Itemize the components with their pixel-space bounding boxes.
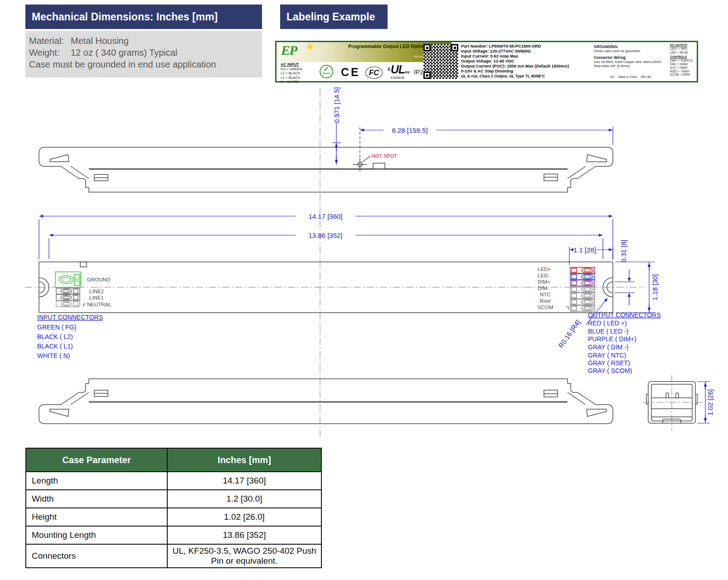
terminal-line2: LINE2	[89, 289, 104, 294]
svg-text:RED ( LED +): RED ( LED +)	[588, 319, 627, 327]
svg-text:PURPLE ( DIM+): PURPLE ( DIM+)	[588, 335, 636, 343]
terminal-scom: SCOM	[538, 304, 553, 310]
material-label: Material:	[29, 35, 71, 47]
dim-body-width: 1.18 [30]	[651, 274, 659, 300]
terminal-ntc: NTC	[540, 292, 551, 297]
label-footer: HG Made in China REV B1	[594, 75, 667, 79]
driver-top-view	[39, 147, 613, 192]
weight-value: 12 oz ( 340 grams) Typical	[71, 48, 177, 58]
dc-output-block: DC OUTPUT LED+ = RED LED- = BLUE CONTROL…	[670, 44, 696, 77]
mechanical-drawing: HOT SPOT	[0, 84, 728, 446]
terminal-dim-plus: DIM+	[538, 279, 550, 285]
output-row-led-plus	[570, 267, 595, 273]
hot-spot-label: HOT SPOT	[372, 153, 397, 159]
ep-logo-ball	[307, 44, 313, 49]
terminal-ground: GROUND	[87, 277, 110, 282]
spec-input-current: Input Current: 0.62 Amp Max	[461, 54, 592, 59]
ac-input-title: AC INPUT	[281, 63, 321, 67]
terminal-rset: Rset	[540, 298, 551, 304]
col-header-parameter: Case Parameter	[26, 448, 167, 472]
input-row-line2	[56, 288, 80, 294]
output-connectors-title: OUTPUT CONNECTORS	[588, 311, 661, 319]
output-connectors-legend: OUTPUT CONNECTORS RED ( LED +) BLUE ( LE…	[588, 311, 661, 374]
grounding-note: Case must be grounded in end use applica…	[29, 58, 262, 70]
terminal-line1: LINE1	[89, 295, 104, 300]
col-header-inches: Inches [mm]	[167, 448, 321, 472]
ep-logo: EP	[281, 43, 314, 61]
table-row: Width 1.2 [30.0]	[26, 490, 321, 508]
ul-mark-icon: cULus	[388, 63, 410, 76]
terminal-dim-minus: DIM-	[538, 285, 549, 291]
svg-text:GRAY ( DIM -): GRAY ( DIM -)	[588, 343, 629, 351]
output-row-rset	[570, 299, 595, 305]
dim-slot-width: 0.31 [8]	[620, 240, 627, 262]
terminal-led-plus: LED+	[538, 266, 551, 272]
svg-text:GREEN ( FG): GREEN ( FG)	[37, 324, 76, 331]
fcc-mark-icon: FC	[365, 67, 383, 79]
rohs-icon: ✓ RoHS	[320, 65, 333, 78]
output-connector-block	[570, 267, 595, 311]
mount-tab-hole-left	[50, 155, 69, 162]
dim-height: 1.02 [26]	[706, 389, 714, 416]
label-specs-block: Part Number: LP55WT5-55-PC1500-SRD Input…	[461, 44, 592, 79]
qr-code	[423, 44, 458, 79]
case-parameter-table: Case Parameter Inches [mm] Length 14.17 …	[25, 448, 322, 568]
spec-ul-class: UL & cUL Class 2 Output, UL Type TL 90/6…	[461, 74, 592, 79]
dim-radius: R0.16 [R4]	[557, 319, 582, 349]
input-connectors-legend: INPUT CONNECTORS GREEN ( FG) BLACK ( L2)…	[37, 314, 103, 359]
material-value: Metal Housing	[71, 36, 129, 46]
svg-text:GRAY ( NTC): GRAY ( NTC)	[588, 352, 626, 359]
centerlines	[25, 88, 703, 437]
product-label: Programmable Output LED Optimized Driver…	[275, 41, 698, 82]
mechanical-dimensions-header: Mechanical Dimensions: Inches [mm]	[25, 5, 262, 29]
input-connectors-title: INPUT CONNECTORS	[37, 314, 103, 321]
dim-end-width: 1.1 [28]	[573, 246, 596, 254]
input-row-line1	[56, 295, 80, 300]
driver-bottom-view	[39, 379, 613, 424]
terminal-neutral: NEUTRAL	[87, 302, 112, 307]
output-row-led-minus	[570, 274, 595, 280]
ul-file-number: E325626	[391, 76, 404, 80]
weight-label: Weight:	[29, 47, 71, 58]
mount-tab-hole-right	[587, 155, 607, 162]
ce-mark-icon: CE	[341, 66, 360, 79]
input-connector-block	[55, 272, 81, 307]
terminal-led-minus: LED-	[538, 273, 549, 278]
output-row-ntc	[570, 293, 595, 299]
labeling-example-header: Labeling Example	[280, 5, 388, 29]
input-row-neutral	[56, 301, 80, 307]
svg-text:BLACK ( L1): BLACK ( L1)	[37, 343, 73, 350]
table-header-row: Case Parameter Inches [mm]	[26, 448, 321, 472]
spec-output-voltage: Output Voltage: 12-55 VDC	[461, 59, 592, 64]
spec-dimming: 0-10V & AC Step Dimming	[461, 69, 592, 74]
spec-input-voltage: Input Voltage: 120-277VAC 50/60Hz	[461, 49, 592, 54]
dim-hotspot-offset: 0.571 [14.5]	[333, 87, 340, 123]
svg-text:GRAY ( RSET): GRAY ( RSET)	[588, 359, 630, 367]
table-row: Length 14.17 [360]	[26, 472, 321, 490]
spec-output-current: Output Current (POC): 1500 mA Max (Defau…	[461, 64, 592, 69]
output-row-dim-plus	[570, 280, 595, 286]
labeling-example-title: Labeling Example	[286, 11, 375, 23]
dim-hotspot-from-end: 6.28 [159.5]	[392, 126, 427, 134]
mechanical-dimensions-title: Mechanical Dimensions: Inches [mm]	[32, 11, 218, 23]
output-row-scom	[570, 305, 595, 311]
table-row: Height 1.02 [26.0]	[26, 508, 321, 526]
spec-part-number: Part Number: LP55WT5-55-PC1500-SRD	[461, 44, 592, 49]
dim-mounting-length: 13.86 [352]	[308, 232, 342, 239]
table-row: Connectors UL, KF250-3.5, WAGO 250-402 P…	[26, 544, 321, 568]
svg-text:WHITE ( N): WHITE ( N)	[37, 352, 70, 359]
dim-length: 14.17 [360]	[308, 213, 342, 220]
ac-input-block: AC INPUT FG = GREEN L2 = BLACK L1 = BLAC…	[281, 63, 321, 84]
table-row: Mounting Length 13.86 [352]	[26, 526, 321, 544]
svg-text:GRAY ( SCOM): GRAY ( SCOM)	[588, 367, 632, 374]
grounding-block: GROUNDING: Driver case must be grounded.…	[594, 45, 667, 68]
svg-text:BLUE ( LED -): BLUE ( LED -)	[588, 328, 628, 335]
svg-text:BLACK ( L2): BLACK ( L2)	[37, 333, 73, 340]
material-info-box: Material:Metal Housing Weight:12 oz ( 34…	[25, 31, 262, 77]
